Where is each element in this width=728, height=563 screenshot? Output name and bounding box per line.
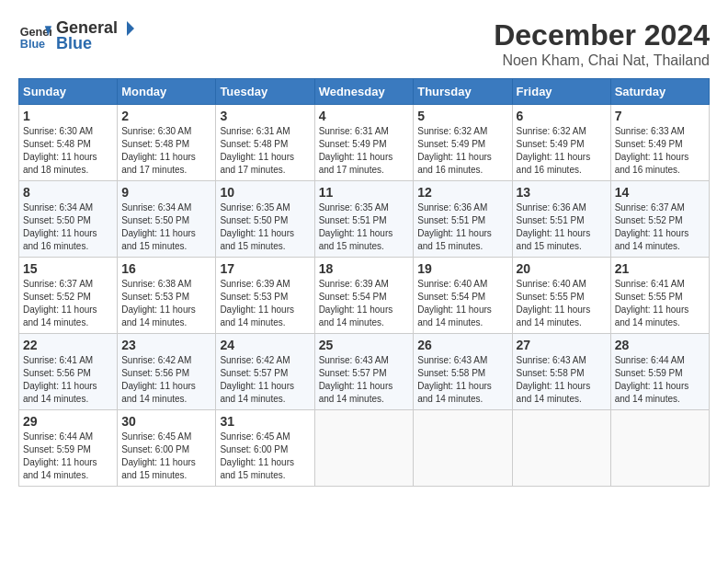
col-saturday: Saturday	[610, 79, 709, 105]
day-info: Sunrise: 6:40 AMSunset: 5:55 PMDaylight:…	[517, 279, 591, 327]
table-row: 23Sunrise: 6:42 AMSunset: 5:56 PMDayligh…	[118, 334, 216, 410]
col-monday: Monday	[118, 79, 216, 105]
table-row: 25Sunrise: 6:43 AMSunset: 5:57 PMDayligh…	[314, 334, 414, 410]
col-tuesday: Tuesday	[216, 79, 314, 105]
table-row: 1Sunrise: 6:30 AMSunset: 5:48 PMDaylight…	[19, 105, 118, 181]
month-title: December 2024	[494, 18, 710, 52]
day-info: Sunrise: 6:35 AMSunset: 5:51 PMDaylight:…	[319, 202, 393, 251]
day-number: 18	[319, 261, 410, 276]
table-row: 8Sunrise: 6:34 AMSunset: 5:50 PMDaylight…	[19, 181, 118, 258]
day-info: Sunrise: 6:44 AMSunset: 5:59 PMDaylight:…	[615, 355, 689, 404]
col-thursday: Thursday	[414, 79, 512, 105]
day-number: 10	[220, 185, 310, 200]
day-info: Sunrise: 6:43 AMSunset: 5:58 PMDaylight:…	[417, 355, 492, 404]
day-info: Sunrise: 6:31 AMSunset: 5:48 PMDaylight:…	[220, 126, 294, 175]
day-number: 25	[319, 338, 410, 352]
day-number: 13	[517, 185, 607, 200]
calendar-week-row: 29Sunrise: 6:44 AMSunset: 5:59 PMDayligh…	[19, 410, 710, 487]
col-sunday: Sunday	[19, 79, 118, 105]
day-info: Sunrise: 6:40 AMSunset: 5:54 PMDaylight:…	[417, 279, 492, 327]
logo-icon: General Blue	[18, 19, 51, 52]
day-number: 9	[121, 185, 211, 200]
day-number: 15	[23, 261, 113, 276]
day-number: 21	[615, 261, 705, 276]
col-wednesday: Wednesday	[314, 79, 414, 105]
table-row: 3Sunrise: 6:31 AMSunset: 5:48 PMDaylight…	[216, 105, 314, 181]
day-number: 3	[220, 109, 310, 123]
table-row: 16Sunrise: 6:38 AMSunset: 5:53 PMDayligh…	[118, 258, 216, 334]
day-number: 17	[220, 261, 310, 276]
day-number: 4	[319, 109, 410, 123]
table-row: 24Sunrise: 6:42 AMSunset: 5:57 PMDayligh…	[216, 334, 314, 410]
day-info: Sunrise: 6:30 AMSunset: 5:48 PMDaylight:…	[121, 126, 196, 175]
day-number: 7	[615, 109, 705, 123]
calendar-table: Sunday Monday Tuesday Wednesday Thursday…	[18, 78, 710, 487]
day-number: 30	[121, 414, 211, 429]
day-number: 1	[23, 109, 113, 123]
table-row: 13Sunrise: 6:36 AMSunset: 5:51 PMDayligh…	[512, 181, 610, 258]
day-number: 2	[121, 109, 211, 123]
day-info: Sunrise: 6:34 AMSunset: 5:50 PMDaylight:…	[23, 202, 97, 251]
table-row: 5Sunrise: 6:32 AMSunset: 5:49 PMDaylight…	[414, 105, 512, 181]
logo-arrow-icon	[118, 19, 136, 38]
day-number: 24	[220, 338, 310, 352]
table-row: 19Sunrise: 6:40 AMSunset: 5:54 PMDayligh…	[414, 258, 512, 334]
day-number: 6	[517, 109, 607, 123]
day-info: Sunrise: 6:32 AMSunset: 5:49 PMDaylight:…	[417, 126, 492, 175]
table-row: 14Sunrise: 6:37 AMSunset: 5:52 PMDayligh…	[610, 181, 709, 258]
table-row: 10Sunrise: 6:35 AMSunset: 5:50 PMDayligh…	[216, 181, 314, 258]
table-row: 29Sunrise: 6:44 AMSunset: 5:59 PMDayligh…	[19, 410, 118, 487]
day-info: Sunrise: 6:42 AMSunset: 5:57 PMDaylight:…	[220, 355, 294, 404]
svg-marker-4	[127, 21, 134, 36]
calendar-header-row: Sunday Monday Tuesday Wednesday Thursday…	[19, 79, 710, 105]
day-info: Sunrise: 6:44 AMSunset: 5:59 PMDaylight:…	[23, 431, 97, 480]
location-title: Noen Kham, Chai Nat, Thailand	[494, 52, 710, 69]
title-section: December 2024 Noen Kham, Chai Nat, Thail…	[494, 18, 710, 69]
day-info: Sunrise: 6:43 AMSunset: 5:58 PMDaylight:…	[517, 355, 591, 404]
day-number: 19	[417, 261, 507, 276]
day-info: Sunrise: 6:32 AMSunset: 5:49 PMDaylight:…	[517, 126, 591, 175]
day-number: 5	[417, 109, 507, 123]
table-row: 21Sunrise: 6:41 AMSunset: 5:55 PMDayligh…	[610, 258, 709, 334]
calendar-week-row: 15Sunrise: 6:37 AMSunset: 5:52 PMDayligh…	[19, 258, 710, 334]
day-number: 27	[517, 338, 607, 352]
table-row: 18Sunrise: 6:39 AMSunset: 5:54 PMDayligh…	[314, 258, 414, 334]
day-info: Sunrise: 6:37 AMSunset: 5:52 PMDaylight:…	[23, 279, 97, 327]
table-row: 28Sunrise: 6:44 AMSunset: 5:59 PMDayligh…	[610, 334, 709, 410]
day-info: Sunrise: 6:43 AMSunset: 5:57 PMDaylight:…	[319, 355, 393, 404]
day-info: Sunrise: 6:41 AMSunset: 5:55 PMDaylight:…	[615, 279, 689, 327]
day-number: 22	[23, 338, 113, 352]
day-number: 31	[220, 414, 310, 429]
day-info: Sunrise: 6:39 AMSunset: 5:54 PMDaylight:…	[319, 279, 393, 327]
day-info: Sunrise: 6:45 AMSunset: 6:00 PMDaylight:…	[220, 431, 294, 480]
day-info: Sunrise: 6:35 AMSunset: 5:50 PMDaylight:…	[220, 202, 294, 251]
day-number: 20	[517, 261, 607, 276]
day-info: Sunrise: 6:34 AMSunset: 5:50 PMDaylight:…	[121, 202, 196, 251]
table-row	[512, 410, 610, 487]
day-number: 23	[121, 338, 211, 352]
table-row: 6Sunrise: 6:32 AMSunset: 5:49 PMDaylight…	[512, 105, 610, 181]
day-info: Sunrise: 6:33 AMSunset: 5:49 PMDaylight:…	[615, 126, 689, 175]
table-row: 9Sunrise: 6:34 AMSunset: 5:50 PMDaylight…	[118, 181, 216, 258]
table-row: 31Sunrise: 6:45 AMSunset: 6:00 PMDayligh…	[216, 410, 314, 487]
day-number: 14	[615, 185, 705, 200]
table-row	[610, 410, 709, 487]
table-row: 4Sunrise: 6:31 AMSunset: 5:49 PMDaylight…	[314, 105, 414, 181]
page-header: General Blue General Blue December 2024 …	[18, 18, 710, 69]
day-info: Sunrise: 6:31 AMSunset: 5:49 PMDaylight:…	[319, 126, 393, 175]
calendar-week-row: 1Sunrise: 6:30 AMSunset: 5:48 PMDaylight…	[19, 105, 710, 181]
table-row: 27Sunrise: 6:43 AMSunset: 5:58 PMDayligh…	[512, 334, 610, 410]
calendar-week-row: 8Sunrise: 6:34 AMSunset: 5:50 PMDaylight…	[19, 181, 710, 258]
day-info: Sunrise: 6:37 AMSunset: 5:52 PMDaylight:…	[615, 202, 689, 251]
col-friday: Friday	[512, 79, 610, 105]
table-row: 2Sunrise: 6:30 AMSunset: 5:48 PMDaylight…	[118, 105, 216, 181]
day-number: 12	[417, 185, 507, 200]
table-row: 15Sunrise: 6:37 AMSunset: 5:52 PMDayligh…	[19, 258, 118, 334]
table-row: 7Sunrise: 6:33 AMSunset: 5:49 PMDaylight…	[610, 105, 709, 181]
table-row: 17Sunrise: 6:39 AMSunset: 5:53 PMDayligh…	[216, 258, 314, 334]
calendar-week-row: 22Sunrise: 6:41 AMSunset: 5:56 PMDayligh…	[19, 334, 710, 410]
table-row: 11Sunrise: 6:35 AMSunset: 5:51 PMDayligh…	[314, 181, 414, 258]
day-number: 29	[23, 414, 113, 429]
day-info: Sunrise: 6:39 AMSunset: 5:53 PMDaylight:…	[220, 279, 294, 327]
day-info: Sunrise: 6:45 AMSunset: 6:00 PMDaylight:…	[121, 431, 196, 480]
